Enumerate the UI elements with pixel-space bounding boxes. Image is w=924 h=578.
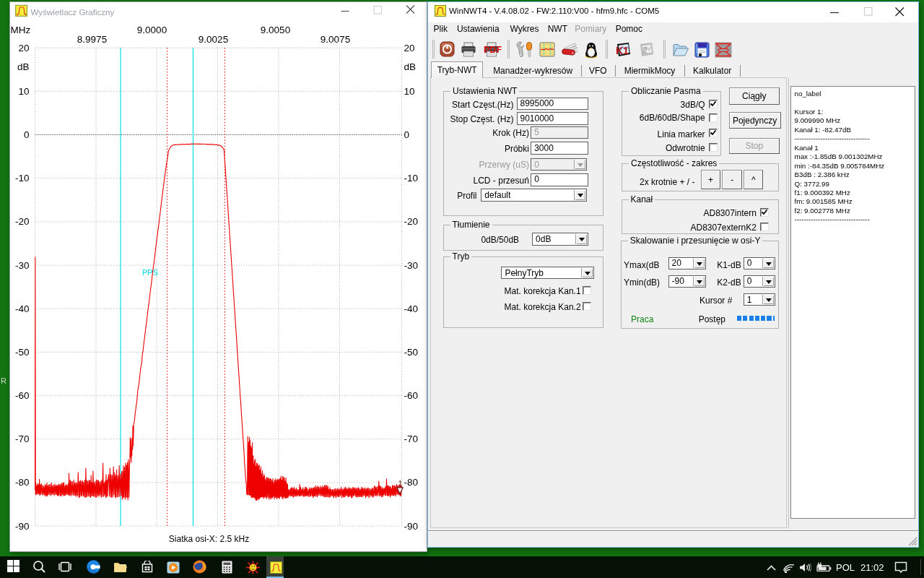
svg-text:-70: -70 — [14, 434, 29, 444]
svg-text:-40: -40 — [404, 303, 418, 314]
svg-text:1: 1 — [398, 479, 402, 488]
svg-text:9.0025: 9.0025 — [198, 34, 227, 45]
svg-text:9.0050: 9.0050 — [260, 25, 289, 35]
svg-text:-10: -10 — [404, 173, 418, 184]
svg-text:-60: -60 — [14, 390, 29, 401]
svg-text:0: 0 — [23, 129, 29, 140]
svg-text:dB: dB — [17, 61, 29, 72]
svg-text:-80: -80 — [14, 477, 29, 488]
svg-text:-20: -20 — [404, 216, 418, 227]
svg-text:10: 10 — [18, 86, 29, 97]
svg-text:-70: -70 — [404, 434, 418, 444]
svg-text:K1: K1 — [616, 45, 629, 56]
svg-text:2: 2 — [642, 46, 648, 56]
svg-text:9.0000: 9.0000 — [136, 25, 166, 35]
svg-text:-50: -50 — [404, 347, 418, 358]
svg-text:-30: -30 — [404, 260, 418, 271]
svg-text:Wyświetlacz Graficzny: Wyświetlacz Graficzny — [30, 7, 114, 17]
svg-text:Siatka osi-X: 2.5 kHz: Siatka osi-X: 2.5 kHz — [168, 534, 248, 544]
svg-text:8.9975: 8.9975 — [77, 34, 106, 45]
svg-text:0: 0 — [404, 129, 409, 140]
svg-text:10: 10 — [404, 86, 414, 97]
svg-text:MHz: MHz — [10, 25, 30, 35]
svg-text:PPS: PPS — [142, 268, 158, 277]
svg-text:-10: -10 — [14, 173, 29, 184]
svg-text:20: 20 — [18, 43, 29, 53]
svg-text:-90: -90 — [14, 521, 29, 532]
svg-text:20: 20 — [404, 43, 414, 53]
svg-text:-80: -80 — [404, 477, 418, 488]
svg-text:-40: -40 — [14, 303, 29, 314]
svg-text:-90: -90 — [404, 521, 418, 532]
svg-text:PDF: PDF — [484, 45, 502, 55]
svg-text:-20: -20 — [14, 216, 29, 227]
svg-text:dB: dB — [404, 61, 416, 72]
svg-text:-60: -60 — [404, 390, 418, 401]
svg-text:9.0075: 9.0075 — [320, 34, 349, 45]
svg-text:-50: -50 — [14, 347, 29, 358]
svg-text:-30: -30 — [14, 260, 29, 271]
